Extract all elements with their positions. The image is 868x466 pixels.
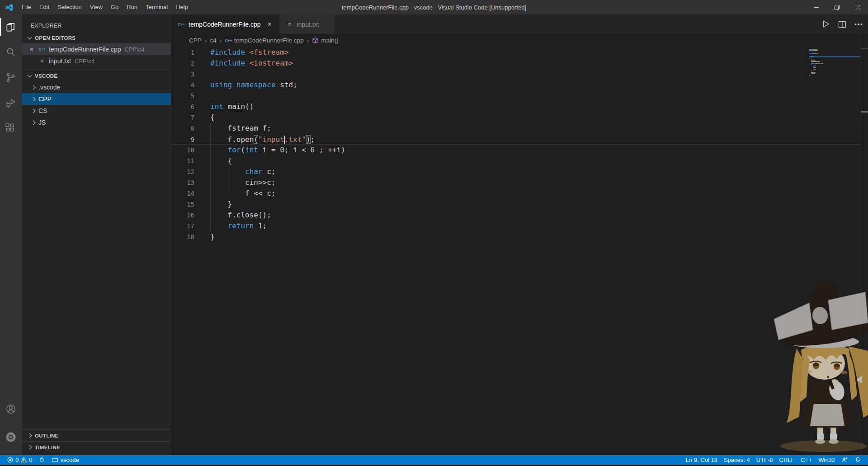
code-line-11[interactable]: 11 { bbox=[171, 155, 861, 166]
code-token: i = bbox=[258, 146, 280, 154]
cursor-position-status[interactable]: Ln 9, Col 18 bbox=[683, 455, 721, 465]
indentation-status[interactable]: Spaces: 4 bbox=[721, 455, 753, 465]
menu-help[interactable]: Help bbox=[172, 4, 192, 10]
code-line-17[interactable]: 17 return 1; bbox=[171, 221, 861, 231]
menu-file[interactable]: File bbox=[18, 4, 35, 10]
panel-label: OUTLINE bbox=[35, 433, 59, 438]
code-line-10[interactable]: 10 for(int i = 0; i < 6 ; ++i) bbox=[171, 145, 861, 155]
menu-edit[interactable]: Edit bbox=[35, 4, 53, 10]
code-line-18[interactable]: 18} bbox=[171, 231, 861, 242]
code-line-16[interactable]: 16 f.close(); bbox=[171, 210, 861, 221]
activity-accounts[interactable] bbox=[0, 396, 22, 422]
tab-tempCodeRunnerFile-cpp[interactable]: C++tempCodeRunnerFile.cpp× bbox=[171, 14, 279, 34]
more-actions-button[interactable] bbox=[853, 19, 864, 30]
breadcrumb-item[interactable]: CPP bbox=[189, 37, 202, 44]
editor-group: C++tempCodeRunnerFile.cpp×≡input.txt CPP… bbox=[171, 14, 868, 455]
code-line-15[interactable]: 15 } bbox=[171, 199, 861, 210]
line-number: 2 bbox=[171, 58, 194, 69]
breadcrumb-item[interactable]: main() bbox=[312, 37, 338, 44]
minimize-button[interactable] bbox=[806, 0, 826, 14]
line-content: { bbox=[210, 112, 215, 123]
feedback-status[interactable] bbox=[838, 455, 851, 465]
workspace-section-header[interactable]: VSCODE bbox=[22, 70, 171, 81]
code-token bbox=[210, 146, 228, 154]
cpp-file-icon: C++ bbox=[177, 22, 185, 27]
minimap[interactable] bbox=[809, 49, 861, 76]
code-line-9[interactable]: 9 f.open("input.txt"); bbox=[171, 134, 861, 145]
breadcrumb-label: CPP bbox=[189, 37, 202, 44]
open-editor-item[interactable]: ≡input.txtCPP\c4 bbox=[22, 55, 171, 67]
code-editor[interactable]: 1#include <fstream>2#include <iostream>3… bbox=[171, 47, 868, 242]
panel-outline[interactable]: OUTLINE bbox=[22, 429, 171, 441]
close-editor-icon[interactable]: × bbox=[28, 46, 35, 53]
error-circle-icon bbox=[7, 457, 14, 463]
breadcrumb-separator: › bbox=[220, 37, 222, 44]
platform-status[interactable]: Win32 bbox=[815, 455, 838, 465]
chevron-down-icon bbox=[28, 73, 32, 77]
files-icon bbox=[5, 21, 17, 33]
menu-selection[interactable]: Selection bbox=[53, 4, 85, 10]
activity-search[interactable] bbox=[0, 40, 22, 65]
breadcrumb-item[interactable]: c4 bbox=[210, 37, 216, 44]
tree-item-vscode[interactable]: .vscode bbox=[22, 81, 171, 93]
minimap-line bbox=[809, 73, 861, 74]
language-mode-status[interactable]: C++ bbox=[798, 455, 816, 465]
window-controls bbox=[806, 0, 868, 14]
code-line-13[interactable]: 13 cin>>c; bbox=[171, 177, 861, 188]
code-line-5[interactable]: 5 bbox=[171, 90, 861, 101]
tree-item-cs[interactable]: CS bbox=[22, 105, 171, 117]
code-runner-status[interactable] bbox=[35, 455, 48, 465]
menu-go[interactable]: Go bbox=[107, 4, 123, 10]
activity-extensions[interactable] bbox=[0, 116, 22, 141]
activity-bar bbox=[0, 14, 22, 455]
activity-explorer[interactable] bbox=[0, 14, 22, 40]
code-token: f.close(); bbox=[210, 211, 271, 219]
activity-run-debug[interactable] bbox=[0, 90, 22, 116]
code-line-4[interactable]: 4using namespace std; bbox=[171, 80, 861, 90]
code-token: ; bbox=[263, 221, 267, 230]
code-token: ( bbox=[241, 146, 245, 154]
notifications-status[interactable] bbox=[851, 455, 864, 465]
account-icon bbox=[5, 403, 17, 415]
keyword-token: using bbox=[210, 80, 232, 89]
code-line-1[interactable]: 1#include <fstream> bbox=[171, 47, 861, 58]
panel-timeline[interactable]: TIMELINE bbox=[22, 441, 171, 453]
code-token bbox=[232, 80, 236, 89]
close-tab-icon[interactable]: × bbox=[265, 20, 274, 29]
code-token bbox=[245, 48, 250, 56]
code-line-14[interactable]: 14 f << c; bbox=[171, 188, 861, 199]
code-line-7[interactable]: 7{ bbox=[171, 112, 861, 123]
close-button[interactable] bbox=[847, 0, 868, 14]
eol-status[interactable]: CRLF bbox=[776, 455, 798, 465]
status-label: UTF-8 bbox=[756, 457, 773, 463]
run-button[interactable] bbox=[820, 19, 832, 30]
code-line-3[interactable]: 3 bbox=[171, 69, 861, 80]
code-token: fstream f; bbox=[210, 124, 271, 132]
menu-view[interactable]: View bbox=[86, 4, 107, 10]
line-content: } bbox=[210, 199, 232, 210]
tab-input-txt[interactable]: ≡input.txt bbox=[279, 14, 335, 34]
restore-button[interactable] bbox=[826, 0, 847, 14]
minimap-line bbox=[809, 49, 861, 50]
open-editor-item[interactable]: ×C++tempCodeRunnerFile.cppCPP\c4 bbox=[22, 43, 171, 55]
open-editors-header[interactable]: OPEN EDITORS bbox=[22, 33, 171, 43]
tree-item-js[interactable]: JS bbox=[22, 117, 171, 128]
workspace-status[interactable]: vscode bbox=[48, 455, 82, 465]
code-token: std; bbox=[276, 80, 297, 89]
breadcrumb-item[interactable]: C++tempCodeRunnerFile.cpp bbox=[225, 37, 303, 44]
code-line-8[interactable]: 8 fstream f; bbox=[171, 123, 861, 134]
activity-settings[interactable] bbox=[0, 424, 22, 450]
code-line-6[interactable]: 6int main() bbox=[171, 101, 861, 112]
code-token: ; bbox=[311, 135, 315, 144]
menu-run[interactable]: Run bbox=[123, 4, 142, 10]
code-line-12[interactable]: 12 char c; bbox=[171, 166, 861, 177]
activity-source-control[interactable] bbox=[0, 65, 22, 90]
line-content: f.open("input.txt"); bbox=[210, 134, 315, 145]
menu-terminal[interactable]: Terminal bbox=[142, 4, 172, 10]
problems-status[interactable]: 00 bbox=[4, 455, 35, 465]
code-line-2[interactable]: 2#include <iostream> bbox=[171, 58, 861, 69]
code-token: 1 bbox=[258, 221, 263, 230]
encoding-status[interactable]: UTF-8 bbox=[753, 455, 776, 465]
split-editor-button[interactable] bbox=[836, 19, 848, 30]
tree-item-cpp[interactable]: CPP bbox=[22, 93, 171, 105]
